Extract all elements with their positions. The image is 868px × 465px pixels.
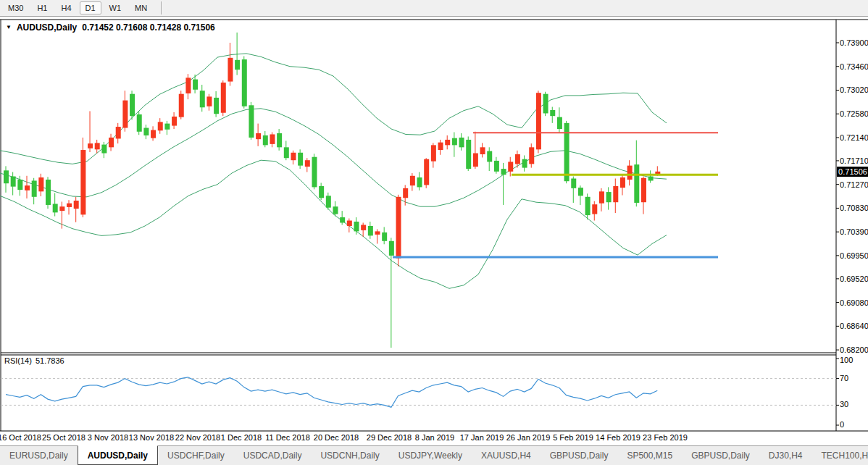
candle	[459, 133, 464, 151]
tab-usdcad-daily[interactable]: USDCAD,Daily	[234, 446, 312, 465]
price-axis-label: 0.72580	[840, 109, 868, 118]
candle	[375, 229, 380, 243]
timeframe-button-w1[interactable]: W1	[104, 1, 128, 14]
candle	[116, 123, 121, 143]
tab-gbpusd-daily[interactable]: GBPUSD,Daily	[541, 446, 618, 465]
candle	[438, 140, 443, 155]
date-axis-label: 22 Nov 2018	[175, 433, 220, 442]
candle-body	[80, 150, 85, 214]
candle-body	[305, 160, 310, 167]
date-axis-label: 16 Oct 2018	[0, 433, 41, 442]
candle	[101, 142, 107, 158]
timeframe-button-h1[interactable]: H1	[31, 1, 53, 14]
date-axis-label: 14 Feb 2019	[596, 433, 640, 442]
candle-body	[25, 185, 30, 190]
candle	[354, 217, 359, 235]
candle	[143, 125, 149, 139]
candle	[480, 143, 485, 157]
candle	[59, 201, 64, 228]
candle-body	[172, 117, 177, 126]
candle-body	[445, 140, 450, 145]
candle-body	[164, 124, 170, 130]
price-axis-label: 0.69520	[840, 275, 868, 283]
candle	[550, 107, 555, 123]
timeframe-button-d1[interactable]: D1	[80, 1, 101, 14]
candle	[445, 135, 450, 149]
symbol-dropdown-icon[interactable]: ▼	[6, 25, 12, 30]
candle-body	[326, 196, 331, 207]
price-axis-label: 0.72140	[840, 133, 868, 142]
candle-body	[137, 114, 142, 132]
tab-eurusd-daily[interactable]: EURUSD,Daily	[0, 446, 78, 465]
tab-xauusd-h4[interactable]: XAUUSD,H4	[472, 446, 541, 465]
candle	[557, 107, 562, 133]
candle	[277, 129, 282, 151]
candle	[592, 201, 597, 221]
candle-body	[431, 145, 436, 161]
tab-dj30-h4[interactable]: DJ30,H4	[759, 446, 812, 465]
candle-body	[151, 130, 156, 138]
candle-body	[641, 178, 646, 202]
price-axis-label: 0.68640	[840, 322, 868, 330]
tab-sp500-m15[interactable]: SP500,M15	[617, 446, 682, 465]
price-axis: 0.739000.734600.730200.725800.721400.717…	[836, 38, 868, 354]
candle-body	[571, 178, 576, 188]
candles-series	[4, 33, 660, 348]
chart-title-symbol: AUDUSD,Daily	[17, 22, 77, 33]
candle	[172, 112, 177, 129]
candle-body	[291, 153, 296, 160]
date-axis-label: 1 Dec 2018	[221, 433, 262, 442]
candle-body	[620, 177, 625, 188]
tab-gbpusd-daily[interactable]: GBPUSD,Daily	[682, 446, 759, 465]
candle-body	[389, 241, 394, 256]
candle	[431, 143, 436, 167]
candle	[74, 197, 79, 222]
candle	[80, 138, 85, 217]
candle-body	[592, 204, 597, 214]
timeframe-button-mn[interactable]: MN	[129, 1, 153, 14]
candle	[620, 175, 625, 196]
candle	[298, 149, 303, 169]
chart-frame	[0, 20, 868, 431]
candle	[396, 195, 401, 267]
tab-usdchf-daily[interactable]: USDCHF,Daily	[158, 446, 234, 465]
candle	[361, 222, 366, 236]
candle-body	[403, 188, 408, 198]
candle-body	[95, 143, 100, 149]
price-axis-label: 0.73020	[840, 85, 868, 94]
candle-body	[11, 177, 16, 187]
tab-usdjpy-weekly[interactable]: USDJPY,Weekly	[389, 446, 472, 465]
price-axis-label: 0.69950	[840, 251, 868, 260]
price-chart[interactable]: 0.739000.734600.730200.725800.721400.717…	[0, 0, 868, 465]
tab-audusd-daily[interactable]: AUDUSD,Daily	[78, 445, 158, 465]
candle	[200, 85, 205, 112]
candle-body	[487, 151, 492, 162]
candle	[242, 56, 247, 109]
candle-body	[200, 91, 205, 107]
tab-usdcnh-daily[interactable]: USDCNH,Daily	[311, 446, 388, 465]
price-axis-label: 0.73460	[840, 62, 868, 71]
candle-body	[382, 232, 387, 241]
candle-body	[606, 192, 612, 202]
candle	[263, 131, 268, 147]
timeframe-button-m30[interactable]: M30	[2, 1, 29, 14]
candle	[228, 43, 233, 86]
current-price-badge: 0.71506	[837, 167, 868, 177]
timeframe-toolbar: M30H1H4D1W1MN	[0, 0, 868, 17]
candle	[487, 147, 492, 171]
candle-body	[193, 80, 198, 90]
timeframe-button-h4[interactable]: H4	[55, 1, 77, 14]
rsi-indicator-label: RSI(14)51.7836	[4, 356, 68, 365]
candle-body	[158, 122, 163, 130]
candle-body	[396, 197, 401, 259]
tab-tech100-h[interactable]: TECH100,H	[812, 446, 868, 465]
candle-body	[564, 123, 569, 181]
candle	[32, 178, 37, 204]
candle	[368, 222, 373, 239]
candle	[326, 193, 331, 210]
candle	[185, 74, 191, 99]
candle-body	[543, 94, 548, 114]
price-axis-label: 0.68200	[840, 345, 868, 354]
candle-body	[122, 101, 128, 128]
rsi-axis-label: 0	[840, 420, 844, 429]
